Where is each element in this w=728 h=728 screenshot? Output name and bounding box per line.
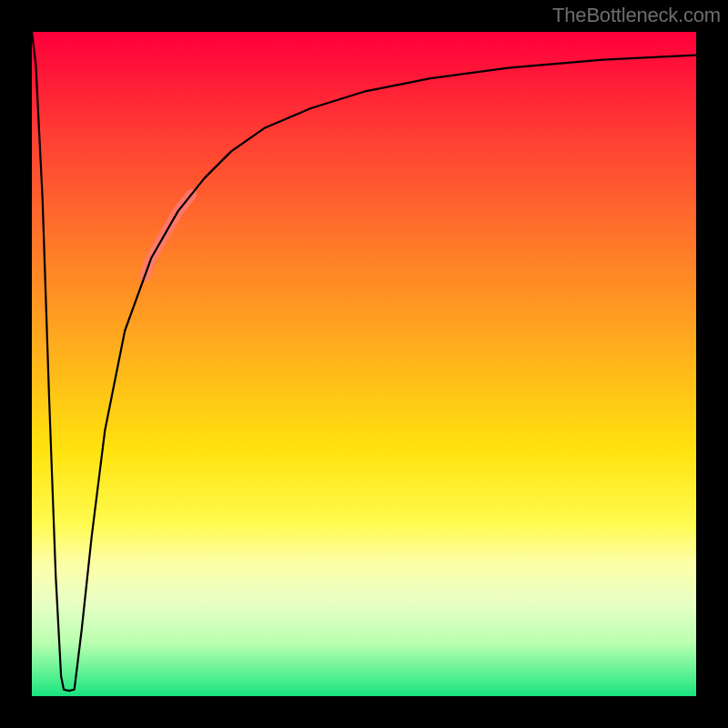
plot-area xyxy=(32,32,696,696)
watermark-text: TheBottleneck.com xyxy=(552,4,721,27)
bottleneck-curve xyxy=(32,32,696,691)
chart-frame: TheBottleneck.com xyxy=(0,0,728,728)
curve-layer xyxy=(32,32,696,696)
curve-highlight-segment xyxy=(145,195,191,276)
